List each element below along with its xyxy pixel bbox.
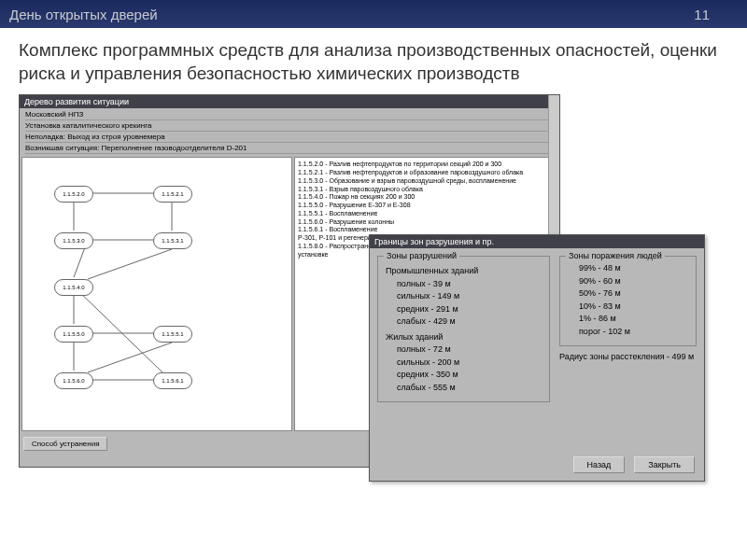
info-panel: Московский НПЗ Установка каталитического… [20,108,559,155]
graph-node[interactable]: 1.1.5.3.1 [153,232,192,249]
zone-value: средних - 291 м [386,303,542,316]
tree-window-titlebar[interactable]: Дерево развития ситуации [20,95,559,108]
zones-dialog-title: Границы зон разрушения и пр. [374,237,494,246]
tree-window-title: Дерево развития ситуации [24,97,129,106]
svg-line-5 [88,249,172,279]
zones-dialog: Границы зон разрушения и пр. Зоны разруш… [369,234,705,482]
page-number: 11 [694,7,710,22]
graph-node[interactable]: 1.1.5.4.0 [54,279,93,296]
zone-value: слабых - 555 м [386,382,542,395]
zone-value: сильных - 200 м [386,357,542,370]
list-item[interactable]: 1.1.5.3.1 - Взрыв паровоздушного облака [298,186,554,194]
list-item[interactable]: 1.1.5.5.1 - Воспламенение [298,210,554,218]
list-item[interactable]: 1.1.5.2.1 - Разлив нефтепродуктов и обра… [298,169,554,177]
zone-value: 1% - 86 м [568,313,688,326]
list-item[interactable]: 1.1.5.6.0 - Разрушение колонны [298,218,554,227]
graph-node[interactable]: 1.1.5.2.0 [54,186,93,203]
header-title: День открытых дверей [9,7,694,22]
graph-node[interactable]: 1.1.5.6.1 [153,372,192,389]
group-legend: Зоны разрушений [384,250,459,263]
graph-node[interactable]: 1.1.5.3.0 [54,232,93,249]
slide-header: День открытых дверей 11 [0,0,747,28]
graph-node[interactable]: 1.1.5.5.0 [54,326,93,343]
zone-value: слабых - 429 м [386,315,542,329]
zone-value: полных - 39 м [386,278,542,291]
zones-dialog-titlebar[interactable]: Границы зон разрушения и пр. [370,235,704,248]
human-damage-group: Зоны поражения людей 99% - 48 м 90% - 60… [559,256,697,346]
zone-value: 90% - 60 м [568,275,688,288]
list-item[interactable]: 1.1.5.3.0 - Образование и взрыв паровозд… [298,177,554,186]
back-button[interactable]: Назад [573,456,626,473]
info-line: Московский НПЗ [25,109,554,120]
list-item[interactable]: 1.1.5.2.0 - Разлив нефтепродуктов по тер… [298,161,554,169]
zone-value: 50% - 76 м [568,287,688,301]
subheading: Промышленных зданий [386,262,542,278]
zone-value: 99% - 48 м [568,262,688,275]
info-line: Возникшая ситуация: Переполнение газовод… [25,143,554,154]
tree-diagram[interactable]: 1.1.5.2.0 1.1.5.2.1 1.1.5.3.0 1.1.5.3.1 … [21,157,292,431]
graph-node[interactable]: 1.1.5.6.0 [54,372,93,389]
zone-value: сильных - 149 м [386,290,542,303]
graph-node[interactable]: 1.1.5.2.1 [153,186,192,203]
svg-line-10 [88,343,172,372]
close-button[interactable]: Закрыть [634,456,695,473]
zone-value: порог - 102 м [568,326,688,339]
glass-radius: Радиус зоны расстекления - 499 м [559,352,697,361]
destruction-zones-group: Зоны разрушений Промышленных зданий полн… [377,256,550,402]
elimination-button[interactable]: Способ устранения [23,437,107,451]
info-line: Установка каталитического крекинга [25,120,554,132]
info-line: Неполадка: Выход из строя уровнемера [25,132,554,143]
list-item[interactable]: 1.1.5.4.0 - Пожар на секциях 200 и 300 [298,193,554,202]
zone-value: средних - 350 м [386,369,542,382]
zone-value: 10% - 83 м [568,301,688,314]
list-item[interactable]: 1.1.5.5.0 - Разрушение E-307 и E-308 [298,202,554,210]
subheading: Жилых зданий [386,329,542,344]
group-legend: Зоны поражения людей [566,250,665,263]
slide-title: Комплекс программных средств для анализа… [0,28,747,94]
list-item[interactable]: 1.1.5.6.1 - Воспламенение [298,226,554,234]
zone-value: полных - 72 м [386,343,542,357]
graph-node[interactable]: 1.1.5.5.1 [153,326,192,343]
